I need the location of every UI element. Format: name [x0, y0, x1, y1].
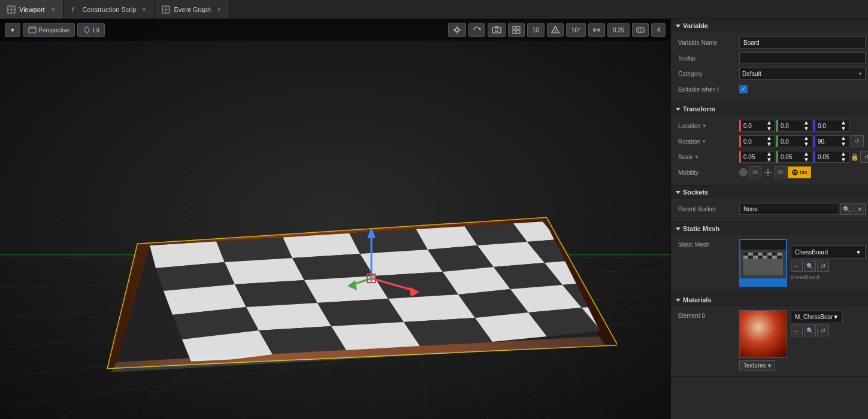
- materials-header[interactable]: Materials: [671, 293, 868, 306]
- mobility-static-radio[interactable]: [739, 168, 748, 177]
- svg-rect-116: [758, 253, 763, 256]
- grid-icon: [512, 26, 521, 34]
- variable-section-body: Variable Name Board Tooltip: [671, 32, 868, 102]
- textures-btn-label: Textures ▾: [743, 362, 771, 369]
- material-name-text: M_ChessBoar: [795, 314, 833, 320]
- right-panel: Variable Variable Name Board Tooltip: [670, 19, 868, 419]
- transform-btn[interactable]: [448, 23, 466, 37]
- refresh-btn[interactable]: [468, 23, 485, 37]
- tab-event-graph[interactable]: Event Graph ✕: [155, 0, 229, 19]
- material-asset-dropdown[interactable]: M_ChessBoar ▼: [791, 310, 843, 323]
- svg-rect-119: [772, 253, 777, 256]
- material-search-btn[interactable]: 🔍: [804, 324, 816, 336]
- perspective-label: Perspective: [38, 27, 69, 34]
- location-row: Location ▼ 0.0 ▲▼ 0.0 ▲▼: [673, 119, 866, 132]
- lod-value-btn[interactable]: 4: [651, 23, 666, 37]
- tab-event-graph-label: Event Graph: [174, 6, 211, 13]
- location-x-value: 0.0: [743, 123, 752, 129]
- mesh-search-btn[interactable]: 🔍: [804, 260, 816, 272]
- rotation-z-input[interactable]: 90. ▲▼: [813, 135, 849, 147]
- location-x-input[interactable]: 0.0 ▲▼: [739, 120, 775, 132]
- svg-marker-75: [235, 280, 317, 307]
- material-reset-btn[interactable]: ↺: [817, 324, 829, 336]
- svg-rect-118: [767, 253, 772, 256]
- static-mesh-collapse-icon: [676, 227, 681, 230]
- mobility-movable-btn[interactable]: Mo: [788, 166, 811, 178]
- viewport-canvas[interactable]: [0, 19, 670, 419]
- scale-value-btn[interactable]: 0.25: [607, 23, 630, 37]
- scale-reset-btn[interactable]: ↺: [860, 151, 868, 163]
- rotation-x-input[interactable]: 0.0 ▲▼: [739, 135, 775, 147]
- textures-btn[interactable]: Textures ▾: [739, 360, 775, 371]
- mesh-controls: ChessBoard ▼ ← 🔍 ↺ chessBoard: [791, 245, 866, 280]
- parent-socket-value-container: None 🔍 ✕: [739, 203, 866, 215]
- rotation-y-value: 0.0: [781, 138, 789, 145]
- scale-y-input[interactable]: 0.05 ▲▼: [776, 151, 812, 163]
- rotation-y-arrows: ▲▼: [803, 135, 809, 147]
- static-mesh-row: Static Mesh: [673, 239, 866, 287]
- tab-viewport-close[interactable]: ✕: [51, 7, 56, 13]
- perspective-btn[interactable]: Perspective: [23, 23, 75, 37]
- transform-section-header[interactable]: Transform: [671, 102, 868, 116]
- mesh-asset-dropdown[interactable]: ChessBoard ▼: [791, 245, 866, 259]
- static-mesh-value: ChessBoard ▼ ← 🔍 ↺ chessBoard: [739, 239, 866, 287]
- tab-viewport-label: Viewport: [19, 6, 45, 13]
- editable-label: Editable when I: [673, 86, 739, 93]
- editable-value-container: ✓: [739, 85, 866, 93]
- variable-section-header[interactable]: Variable: [671, 19, 868, 32]
- mesh-reset-btn[interactable]: ↺: [817, 260, 829, 272]
- scale-z-input[interactable]: 0.05 ▲▼: [813, 151, 849, 163]
- svg-marker-81: [576, 258, 617, 282]
- socket-search-btn[interactable]: 🔍: [840, 203, 852, 215]
- camera-btn[interactable]: [488, 23, 506, 37]
- scale-icon-btn[interactable]: [588, 23, 605, 37]
- material-back-btn[interactable]: ←: [791, 324, 803, 336]
- mesh-back-btn[interactable]: ←: [791, 260, 803, 272]
- mesh-preview-thumbnail[interactable]: [739, 239, 787, 287]
- grid-view-btn[interactable]: [508, 23, 525, 37]
- scale-x-input[interactable]: 0.05 ▲▼: [739, 151, 775, 163]
- location-label: Location ▼: [673, 123, 739, 129]
- material-action-buttons: ← 🔍 ↺: [791, 324, 843, 336]
- mobility-static-btn-1[interactable]: St: [749, 166, 761, 178]
- location-y-input[interactable]: 0.0 ▲▼: [776, 120, 812, 132]
- svg-marker-69: [360, 250, 443, 276]
- lit-icon: [83, 26, 91, 34]
- sockets-section-header[interactable]: Sockets: [671, 186, 868, 199]
- variable-collapse-icon: [676, 25, 681, 28]
- socket-clear-btn[interactable]: ✕: [854, 203, 866, 215]
- material-dropdown-arrow: ▼: [833, 314, 839, 320]
- variable-name-input[interactable]: Board: [739, 37, 866, 48]
- category-dropdown[interactable]: Default ▼: [739, 68, 866, 80]
- scale-value: 0.25: [613, 27, 624, 34]
- tab-viewport[interactable]: Viewport ✕: [0, 0, 63, 19]
- rotation-y-input[interactable]: 0.0 ▲▼: [776, 135, 812, 147]
- editable-checkbox[interactable]: ✓: [739, 85, 748, 93]
- static-mesh-header[interactable]: Static Mesh: [671, 222, 868, 235]
- tab-construction[interactable]: f Construction Scrip ✕: [63, 0, 155, 19]
- viewport-menu-btn[interactable]: ▼: [5, 23, 20, 37]
- angle-value-btn[interactable]: 10°: [566, 23, 586, 37]
- category-label: Category: [673, 71, 739, 77]
- main-content: ▼ Perspective Lit: [0, 19, 868, 419]
- location-z-input[interactable]: 0.0 ▲▼: [813, 120, 849, 132]
- transform-collapse-icon: [676, 108, 681, 111]
- snap-angle-icon-btn[interactable]: [547, 23, 564, 37]
- tab-construction-close[interactable]: ✕: [142, 7, 147, 13]
- tooltip-input[interactable]: [739, 52, 866, 64]
- svg-text:f: f: [72, 6, 74, 13]
- rotation-reset-btn[interactable]: ↺: [851, 135, 864, 147]
- tab-event-close[interactable]: ✕: [217, 7, 222, 13]
- transform-section-body: Location ▼ 0.0 ▲▼ 0.0 ▲▼: [671, 116, 868, 185]
- material-controls: M_ChessBoar ▼ ← 🔍 ↺: [791, 310, 843, 336]
- lit-btn[interactable]: Lit: [77, 23, 105, 37]
- lod-btn[interactable]: [632, 23, 649, 37]
- grid-size-btn[interactable]: 10: [527, 23, 545, 37]
- category-dropdown-value: Default: [742, 71, 761, 77]
- static-mesh-label: Static Mesh: [673, 239, 739, 248]
- material-preview-thumbnail[interactable]: [739, 310, 787, 358]
- scale-lock-icon[interactable]: 🔒: [851, 153, 859, 161]
- svg-point-11: [84, 28, 89, 32]
- parent-socket-input[interactable]: None: [739, 203, 839, 215]
- mobility-static-btn-2[interactable]: St: [775, 166, 787, 178]
